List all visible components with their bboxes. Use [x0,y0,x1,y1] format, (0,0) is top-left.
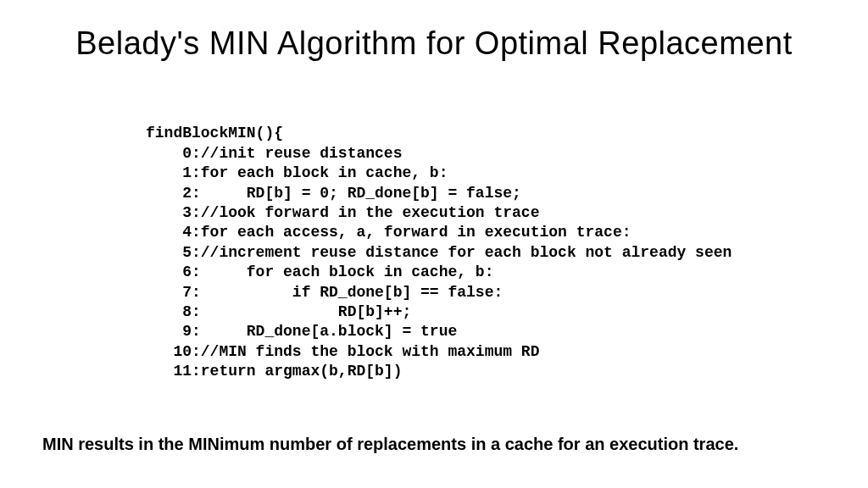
slide-title: Belady's MIN Algorithm for Optimal Repla… [0,0,868,62]
code-line-4: 4:for each access, a, forward in executi… [146,224,632,241]
code-line-6: 6: for each block in cache, b: [146,263,493,280]
code-line-2: 2: RD[b] = 0; RD_done[b] = false; [146,185,521,202]
code-line-1: 1:for each block in cache, b: [146,164,448,181]
code-line-5: 5://increment reuse distance for each bl… [146,244,732,261]
pseudocode-block: findBlockMIN(){ 0://init reuse distances… [146,104,868,381]
code-line-7: 7: if RD_done[b] == false: [146,284,503,301]
summary-text: MIN results in the MINimum number of rep… [42,435,826,454]
code-line-8: 8: RD[b]++; [146,303,411,320]
code-line-11: 11:return argmax(b,RD[b]) [146,363,402,380]
code-line-3: 3://look forward in the execution trace [146,204,539,221]
code-line-10: 10://MIN finds the block with maximum RD [146,343,539,360]
code-line-9: 9: RD_done[a.block] = true [146,323,457,340]
code-line-0: 0://init reuse distances [146,145,402,162]
code-function-header: findBlockMIN(){ [146,125,283,141]
